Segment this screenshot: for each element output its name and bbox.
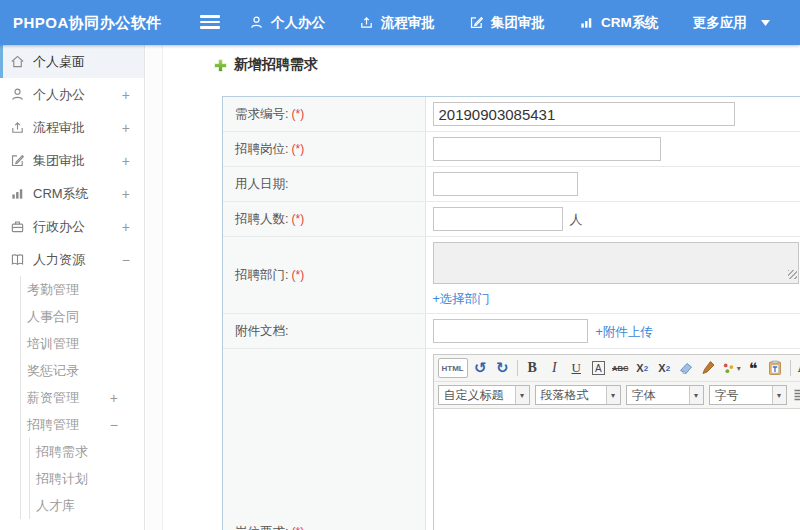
- collapse-icon[interactable]: −: [110, 418, 118, 432]
- app-logo[interactable]: PHPOA协同办公软件: [13, 0, 162, 45]
- sidebar-item-label: 人力资源: [33, 251, 122, 269]
- nav-more-apps[interactable]: 更多应用: [676, 0, 787, 45]
- expand-icon[interactable]: +: [122, 187, 130, 201]
- headcount-unit: 人: [570, 212, 583, 227]
- attachment-upload-link[interactable]: +附件上传: [596, 325, 653, 339]
- process-icon: [359, 15, 374, 30]
- recruitment-form: 需求编号:(*) 招聘岗位:(*) 用人日期: 招聘人数:(*) 人 招聘部门:…: [222, 96, 800, 530]
- position-input[interactable]: [433, 137, 661, 161]
- panel-divider: [146, 45, 163, 530]
- process-icon: [10, 120, 25, 135]
- sidebar-item-label: 人才库: [36, 497, 118, 515]
- nav-label: 集团审批: [491, 14, 545, 32]
- paste-icon[interactable]: [766, 358, 785, 378]
- html-source-button[interactable]: HTML: [438, 358, 468, 378]
- required-mark: (*): [291, 268, 304, 282]
- attachment-input[interactable]: [433, 319, 588, 343]
- sidebar-item-personal-office[interactable]: 个人办公 +: [0, 78, 144, 111]
- nav-label: 更多应用: [693, 14, 747, 32]
- font-size-select[interactable]: 字号▾: [709, 385, 787, 405]
- expand-icon[interactable]: +: [122, 154, 130, 168]
- eraser-icon[interactable]: [677, 358, 696, 378]
- font-color-icon[interactable]: A▾: [796, 358, 800, 378]
- sidebar: 个人桌面 个人办公 + 流程审批 + 集团审批 + CRM系统 + 行政办公 +…: [0, 45, 145, 530]
- sidebar-item-training-management[interactable]: 培训管理: [21, 330, 144, 357]
- form-row-position: 招聘岗位:(*): [223, 132, 800, 167]
- field-label: 需求编号:: [235, 107, 288, 121]
- sidebar-item-administration[interactable]: 行政办公 +: [0, 210, 144, 243]
- form-row-headcount: 招聘人数:(*) 人: [223, 202, 800, 237]
- sidebar-item-personal-desktop[interactable]: 个人桌面: [0, 45, 144, 78]
- chart-icon: [10, 186, 25, 201]
- sidebar-item-recruitment-plans[interactable]: 招聘计划: [30, 465, 144, 492]
- strikethrough-icon[interactable]: ABC: [611, 358, 630, 378]
- required-mark: (*): [291, 142, 304, 156]
- expand-icon[interactable]: +: [122, 121, 130, 135]
- emoticon-icon[interactable]: ▾: [721, 358, 741, 378]
- sidebar-item-label: 行政办公: [33, 218, 122, 236]
- sidebar-item-process-approval[interactable]: 流程审批 +: [0, 111, 144, 144]
- user-icon: [249, 15, 264, 30]
- subscript-icon[interactable]: X2: [655, 358, 674, 378]
- request-number-input[interactable]: [433, 102, 735, 126]
- caret-down-icon: [761, 20, 770, 26]
- sidebar-item-label: 招聘需求: [36, 443, 118, 461]
- collapse-icon[interactable]: −: [122, 253, 130, 267]
- sidebar-item-label: 流程审批: [33, 119, 122, 137]
- sidebar-item-human-resources[interactable]: 人力资源 −: [0, 243, 144, 276]
- font-style-icon[interactable]: A: [592, 361, 605, 375]
- bold-icon[interactable]: B: [523, 358, 542, 378]
- field-label: 用人日期:: [235, 177, 288, 191]
- superscript-icon[interactable]: X2: [633, 358, 652, 378]
- italic-icon[interactable]: I: [545, 358, 564, 378]
- sidebar-item-label: 培训管理: [27, 335, 118, 353]
- department-textarea[interactable]: [433, 242, 799, 284]
- field-label: 招聘部门:: [235, 268, 288, 282]
- briefcase-icon: [10, 219, 25, 234]
- nav-label: CRM系统: [601, 14, 659, 32]
- chart-icon: [579, 15, 594, 30]
- form-row-department: 招聘部门:(*) +选择部门: [223, 237, 800, 314]
- sidebar-item-label: 个人桌面: [33, 53, 130, 71]
- custom-heading-select[interactable]: 自定义标题▾: [438, 385, 530, 405]
- expand-icon[interactable]: +: [122, 220, 130, 234]
- paragraph-format-select[interactable]: 段落格式▾: [535, 385, 621, 405]
- rich-text-editor: HTML ↺ ↻ B I U A ABC X2 X2: [433, 354, 800, 530]
- select-department-link[interactable]: +选择部门: [433, 292, 490, 306]
- sidebar-item-attendance-management[interactable]: 考勤管理: [21, 276, 144, 303]
- page-title: 新增招聘需求: [214, 56, 318, 74]
- undo-icon[interactable]: ↺: [471, 358, 490, 378]
- sidebar-item-group-approval[interactable]: 集团审批 +: [0, 144, 144, 177]
- sidebar-item-rewards-punishments[interactable]: 奖惩记录: [21, 357, 144, 384]
- sidebar-item-recruitment-management[interactable]: 招聘管理 −: [21, 411, 144, 438]
- sidebar-item-hr-contracts[interactable]: 人事合同: [21, 303, 144, 330]
- format-brush-icon[interactable]: [699, 358, 718, 378]
- hire-date-input[interactable]: [433, 172, 578, 196]
- nav-crm-system[interactable]: CRM系统: [562, 0, 676, 45]
- required-mark: (*): [291, 525, 304, 530]
- sidebar-item-label: 个人办公: [33, 86, 122, 104]
- sidebar-item-label: 招聘管理: [27, 416, 110, 434]
- blockquote-icon[interactable]: ❝: [744, 358, 763, 378]
- redo-icon[interactable]: ↻: [493, 358, 512, 378]
- expand-icon[interactable]: +: [122, 88, 130, 102]
- underline-icon[interactable]: U: [567, 358, 586, 378]
- hr-submenu: 考勤管理 人事合同 培训管理 奖惩记录 薪资管理 + 招聘管理 − 招聘需求 招…: [20, 276, 144, 519]
- expand-icon[interactable]: +: [110, 391, 118, 405]
- resize-handle[interactable]: [788, 270, 797, 279]
- font-family-select[interactable]: 字体▾: [626, 385, 704, 405]
- sidebar-item-salary-management[interactable]: 薪资管理 +: [21, 384, 144, 411]
- nav-personal-office[interactable]: 个人办公: [232, 0, 342, 45]
- nav-label: 流程审批: [381, 14, 435, 32]
- page-title-text: 新增招聘需求: [234, 56, 318, 74]
- nav-process-approval[interactable]: 流程审批: [342, 0, 452, 45]
- sidebar-item-talent-pool[interactable]: 人才库: [30, 492, 144, 519]
- menu-toggle-icon[interactable]: [200, 15, 220, 32]
- sidebar-item-recruitment-requests[interactable]: 招聘需求: [30, 438, 144, 465]
- editor-content-area[interactable]: [434, 409, 800, 530]
- align-left-icon[interactable]: [792, 385, 800, 405]
- sidebar-item-crm-system[interactable]: CRM系统 +: [0, 177, 144, 210]
- nav-group-approval[interactable]: 集团审批: [452, 0, 562, 45]
- headcount-input[interactable]: [433, 207, 563, 231]
- sidebar-item-label: 考勤管理: [27, 281, 118, 299]
